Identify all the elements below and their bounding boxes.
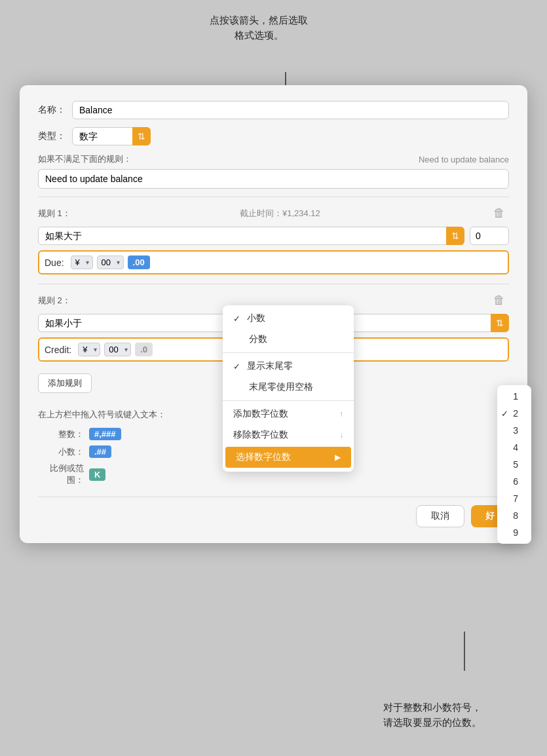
format-scale-label: 比例或范围： <box>38 463 84 486</box>
rule2-decimal-inactive-button[interactable]: .0 <box>135 343 153 356</box>
submenu: 1 2 3 4 5 6 7 8 9 <box>497 385 531 544</box>
submenu-value-2: 2 <box>513 408 518 419</box>
dropdown-sep1 <box>223 352 354 353</box>
rule1-value-input[interactable] <box>470 227 509 245</box>
type-row: 类型： 数字 ⇅ <box>38 127 509 145</box>
rule2-decimal-wrapper: 00 ▾ <box>104 343 131 356</box>
add-rule-button[interactable]: 添加规则 <box>38 373 92 393</box>
rule1-format-row: Due: ¥ ▾ 00 ▾ .00 <box>38 250 509 274</box>
conditional-header: 如果不满足下面的规则： Need to update balance <box>38 153 509 165</box>
dropdown-sep2 <box>223 400 354 401</box>
type-select-wrapper: 数字 ⇅ <box>72 127 151 145</box>
rule2-credit-label: Credit: <box>45 345 71 355</box>
submenu-value-5: 5 <box>513 459 518 470</box>
type-select[interactable]: 数字 <box>72 127 151 145</box>
format-decimal-label: 小数： <box>38 446 84 458</box>
dropdown-item-fraction[interactable]: 分数 <box>223 329 354 350</box>
rule1-currency-select[interactable]: ¥ <box>71 255 93 269</box>
submenu-item-4[interactable]: 4 <box>497 439 531 456</box>
callout-bottom-line <box>464 632 465 671</box>
rule2-delete-button[interactable]: 🗑 <box>489 292 509 309</box>
name-input[interactable] <box>72 101 509 119</box>
dialog-footer: 取消 好 <box>38 497 509 527</box>
rule1-due-label: Due: <box>45 257 64 268</box>
rule1-decimal-wrapper: 00 ▾ <box>97 255 124 269</box>
add-digit-arrow-icon: ↑ <box>339 409 343 419</box>
submenu-item-6[interactable]: 6 <box>497 473 531 490</box>
submenu-value-3: 3 <box>513 425 518 436</box>
rule2-currency-wrapper: ¥ ▾ <box>78 343 100 356</box>
format-scale-badge: K <box>89 468 105 481</box>
submenu-item-1[interactable]: 1 <box>497 388 531 405</box>
submenu-item-5[interactable]: 5 <box>497 456 531 473</box>
remove-digit-arrow-icon: ↓ <box>339 430 343 440</box>
conditional-label: 如果不满足下面的规则： <box>38 153 132 165</box>
rule1-header: 规则 1： 截止时间：¥1,234.12 🗑 <box>38 205 509 221</box>
dropdown-menu: 小数 分数 显示末尾零 末尾零使用空格 添加数字位数 ↑ 移除数字位数 ↓ 选择… <box>223 305 354 472</box>
submenu-value-9: 9 <box>513 527 518 538</box>
dropdown-trailing-zeros-label: 显示末尾零 <box>247 360 293 372</box>
dropdown-item-remove-digit[interactable]: 移除数字位数 ↓ <box>223 425 354 445</box>
submenu-item-2[interactable]: 2 <box>497 405 531 422</box>
type-label: 类型： <box>38 130 72 142</box>
submenu-value-1: 1 <box>513 391 518 402</box>
submenu-item-9[interactable]: 9 <box>497 524 531 541</box>
submenu-value-4: 4 <box>513 442 518 453</box>
dropdown-item-trailing-space[interactable]: 末尾零使用空格 <box>223 377 354 398</box>
submenu-item-3[interactable]: 3 <box>497 422 531 439</box>
rule1-condition-wrapper: 如果大于 ⇅ <box>38 227 464 245</box>
rule1-currency-wrapper: ¥ ▾ <box>71 255 93 269</box>
dropdown-add-digit-label: 添加数字位数 <box>233 408 288 420</box>
rule1-decimal-select[interactable]: 00 <box>97 255 124 269</box>
conditional-section: 如果不满足下面的规则： Need to update balance <box>38 153 509 189</box>
rule1-title: 规则 1： <box>38 208 71 219</box>
cancel-button[interactable]: 取消 <box>416 505 464 527</box>
rule2-title: 规则 2： <box>38 295 71 307</box>
dropdown-trailing-space-label: 末尾零使用空格 <box>249 381 313 393</box>
dropdown-choose-digits-label: 选择数字位数 <box>236 451 291 463</box>
callout-top: 点按该箭头，然后选取 格式选项。 <box>210 13 308 43</box>
format-integer-badge: #,### <box>89 428 121 440</box>
callout-bottom-line1: 对于整数和小数符号， <box>383 702 481 713</box>
dropdown-fraction-label: 分数 <box>249 333 267 345</box>
name-label: 名称： <box>38 104 72 116</box>
rule1-condition-select[interactable]: 如果大于 <box>38 227 464 245</box>
dropdown-item-add-digit[interactable]: 添加数字位数 ↑ <box>223 404 354 425</box>
rule1-meta: 截止时间：¥1,234.12 <box>240 208 320 219</box>
rule1-section: 规则 1： 截止时间：¥1,234.12 🗑 如果大于 ⇅ Due: ¥ ▾ <box>38 197 509 274</box>
name-row: 名称： <box>38 101 509 119</box>
submenu-value-7: 7 <box>513 493 518 504</box>
dropdown-item-choose-digits[interactable]: 选择数字位数 <box>225 447 351 468</box>
submenu-value-8: 8 <box>513 510 518 521</box>
dropdown-remove-digit-label: 移除数字位数 <box>233 429 288 441</box>
submenu-value-6: 6 <box>513 476 518 487</box>
rule1-condition-row: 如果大于 ⇅ <box>38 227 509 245</box>
rule2-currency-select[interactable]: ¥ <box>78 343 100 356</box>
format-integer-label: 整数： <box>38 428 84 440</box>
rule2-decimal-select[interactable]: 00 <box>104 343 131 356</box>
submenu-item-8[interactable]: 8 <box>497 507 531 524</box>
dropdown-decimal-label: 小数 <box>247 312 265 324</box>
dropdown-item-decimal[interactable]: 小数 <box>223 308 354 329</box>
rule1-decimal-active-button[interactable]: .00 <box>128 255 150 269</box>
callout-bottom: 对于整数和小数符号， 请选取要显示的位数。 <box>383 700 481 730</box>
callout-top-line2: 格式选项。 <box>235 29 284 41</box>
dropdown-item-trailing-zeros[interactable]: 显示末尾零 <box>223 356 354 377</box>
submenu-item-7[interactable]: 7 <box>497 490 531 507</box>
callout-top-line1: 点按该箭头，然后选取 <box>210 14 308 26</box>
conditional-note: Need to update balance <box>419 155 509 164</box>
format-decimal-badge: .## <box>89 445 111 458</box>
rule1-delete-button[interactable]: 🗑 <box>489 205 509 221</box>
callout-bottom-line2: 请选取要显示的位数。 <box>383 717 481 728</box>
conditional-input[interactable] <box>38 169 509 189</box>
